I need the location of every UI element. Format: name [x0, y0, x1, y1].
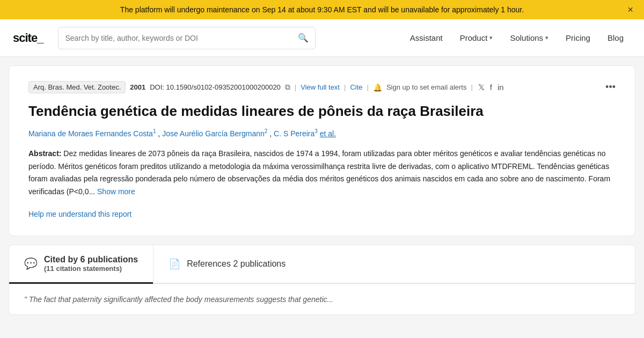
article-title: Tendência genética de medidas lineares d…: [28, 102, 616, 121]
cite-link[interactable]: Cite: [350, 83, 362, 91]
publication-year: 2001: [130, 83, 145, 91]
tab-references-label: References 2 publications: [187, 259, 286, 269]
help-link[interactable]: Help me understand this report: [28, 210, 131, 218]
nav-item-assistant[interactable]: Assistant: [402, 29, 450, 47]
citations-tabs: 💬 Cited by 6 publications (11 citation s…: [9, 245, 635, 284]
search-bar: 🔍: [58, 27, 316, 49]
citation-icon: 💬: [24, 257, 38, 270]
doi-label: DOI: 10.1590/s0102-09352001000200020: [150, 83, 281, 91]
chevron-down-icon: ▾: [545, 34, 548, 41]
references-icon: 📄: [169, 258, 180, 270]
banner-close-button[interactable]: ×: [627, 4, 633, 16]
maintenance-banner: The platform will undergo maintenance on…: [0, 0, 644, 19]
article-meta: Arq. Bras. Med. Vet. Zootec. 2001 DOI: 1…: [28, 81, 616, 93]
tab-cited-by-sub: (11 citation statements): [44, 264, 138, 273]
navbar: scite_ 🔍 Assistant Product ▾ Solutions ▾…: [0, 19, 644, 57]
author-1-link[interactable]: Mariana de Moraes Fernandes Costa1: [28, 129, 158, 138]
more-options-icon[interactable]: •••: [605, 82, 616, 93]
alert-bell-icon: 🔔: [373, 83, 382, 92]
search-icon[interactable]: 🔍: [298, 33, 309, 43]
author-3-link[interactable]: C. S Pereira3: [274, 129, 320, 138]
twitter-icon[interactable]: 𝕏: [478, 83, 485, 92]
abstract-label: Abstract:: [28, 149, 61, 158]
nav-item-solutions[interactable]: Solutions ▾: [502, 29, 556, 47]
authors-list: Mariana de Moraes Fernandes Costa1 , Jos…: [28, 128, 616, 138]
et-al-link[interactable]: et al.: [320, 129, 336, 138]
show-more-link[interactable]: Show more: [97, 187, 135, 196]
chevron-down-icon: ▾: [489, 34, 493, 41]
search-input[interactable]: [65, 34, 298, 42]
journal-tag: Arq. Bras. Med. Vet. Zootec.: [28, 81, 126, 93]
view-full-text-link[interactable]: View full text: [301, 83, 340, 91]
main-content: Arq. Bras. Med. Vet. Zootec. 2001 DOI: 1…: [0, 65, 644, 315]
nav-item-blog[interactable]: Blog: [600, 29, 631, 47]
abstract: Abstract: Dez medidas lineares de 2073 p…: [28, 148, 616, 199]
linkedin-icon[interactable]: in: [497, 83, 504, 92]
alert-text[interactable]: Sign up to set email alerts: [386, 83, 467, 91]
logo[interactable]: scite_: [13, 31, 43, 45]
citation-preview: " The fact that paternity significantly …: [9, 284, 635, 314]
nav-item-product[interactable]: Product ▾: [452, 29, 501, 47]
nav-links: Assistant Product ▾ Solutions ▾ Pricing …: [402, 29, 631, 47]
tab-cited-by[interactable]: 💬 Cited by 6 publications (11 citation s…: [9, 245, 153, 284]
tab-cited-by-content: Cited by 6 publications (11 citation sta…: [44, 255, 138, 273]
tab-cited-by-title: Cited by 6 publications: [44, 255, 138, 264]
article-card: Arq. Bras. Med. Vet. Zootec. 2001 DOI: 1…: [9, 65, 635, 236]
nav-item-pricing[interactable]: Pricing: [558, 29, 598, 47]
copy-doi-icon[interactable]: ⧉: [285, 83, 290, 92]
citations-section: 💬 Cited by 6 publications (11 citation s…: [9, 245, 635, 315]
tab-references[interactable]: 📄 References 2 publications: [153, 245, 301, 283]
banner-text: The platform will undergo maintenance on…: [120, 5, 524, 14]
author-2-link[interactable]: Jose Aurélio García Bergmann2: [162, 129, 269, 138]
facebook-icon[interactable]: f: [490, 83, 492, 92]
